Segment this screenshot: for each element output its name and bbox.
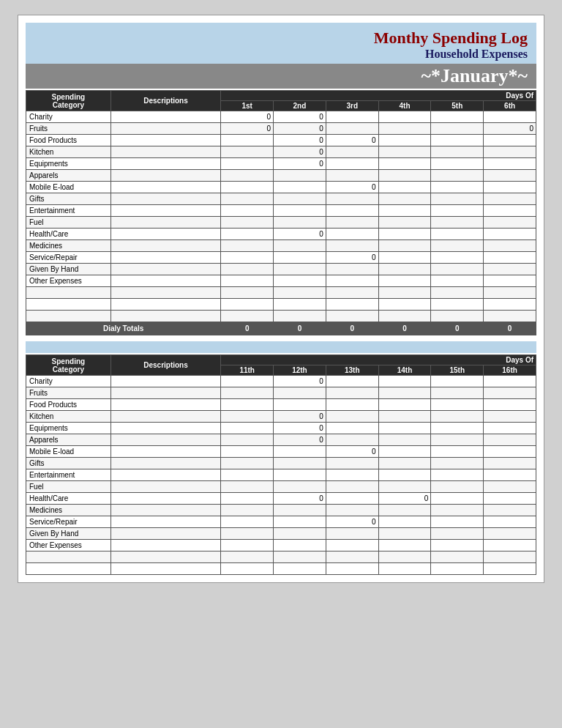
day4-cell[interactable] [378,275,431,287]
day5-cell[interactable] [431,311,484,322]
day2-cell[interactable]: 0 [274,123,326,135]
day16-cell[interactable] [484,551,536,563]
day4-cell[interactable] [378,193,431,205]
day13-cell[interactable] [326,434,378,446]
day3-cell[interactable] [326,287,378,299]
day5-cell[interactable] [431,111,484,123]
desc-cell[interactable] [110,446,221,458]
day4-cell[interactable] [378,311,431,322]
day6-cell[interactable] [484,205,536,217]
day15-cell[interactable] [431,551,484,563]
day5-cell[interactable] [431,275,484,287]
day16-cell[interactable] [484,469,536,481]
desc-cell[interactable] [110,387,221,399]
day3-cell[interactable]: 0 [326,135,378,146]
day11-cell[interactable] [221,540,274,551]
desc-cell[interactable] [110,170,221,182]
day15-cell[interactable] [431,528,484,540]
day12-cell[interactable] [274,563,326,575]
day5-cell[interactable] [431,287,484,299]
day5-cell[interactable] [431,193,484,205]
day15-cell[interactable] [431,446,484,458]
day15-cell[interactable] [431,423,484,434]
day12-cell[interactable]: 0 [274,493,326,505]
day11-cell[interactable] [221,505,274,516]
desc-cell[interactable] [110,146,221,158]
day16-cell[interactable] [484,423,536,434]
day16-cell[interactable] [484,411,536,423]
day6-cell[interactable] [484,252,536,264]
desc-cell[interactable] [110,458,221,469]
day13-cell[interactable] [326,493,378,505]
day1-cell[interactable] [221,193,274,205]
day13-cell[interactable] [326,411,378,423]
day14-cell[interactable] [378,469,431,481]
day14-cell[interactable] [378,563,431,575]
day14-cell[interactable] [378,516,431,528]
desc-cell[interactable] [110,376,221,387]
day5-cell[interactable] [431,252,484,264]
day1-cell[interactable] [221,311,274,322]
day1-cell[interactable] [221,252,274,264]
day3-cell[interactable] [326,193,378,205]
day1-cell[interactable] [221,299,274,311]
desc-cell[interactable] [110,469,221,481]
day2-cell[interactable] [274,311,326,322]
day3-cell[interactable] [326,299,378,311]
day5-cell[interactable] [431,182,484,193]
day3-cell[interactable] [326,240,378,252]
day14-cell[interactable] [378,481,431,493]
day16-cell[interactable] [484,528,536,540]
day13-cell[interactable] [326,528,378,540]
desc-cell[interactable] [110,158,221,170]
day14-cell[interactable] [378,505,431,516]
day1-cell[interactable] [221,135,274,146]
desc-cell[interactable] [110,493,221,505]
day5-cell[interactable] [431,240,484,252]
day1-cell[interactable] [221,205,274,217]
day6-cell[interactable] [484,193,536,205]
day4-cell[interactable] [378,170,431,182]
day1-cell[interactable] [221,170,274,182]
day5-cell[interactable] [431,205,484,217]
day16-cell[interactable] [484,540,536,551]
day15-cell[interactable] [431,516,484,528]
day2-cell[interactable] [274,275,326,287]
day14-cell[interactable] [378,387,431,399]
day6-cell[interactable]: 0 [484,123,536,135]
day3-cell[interactable] [326,111,378,123]
day5-cell[interactable] [431,146,484,158]
day14-cell[interactable] [378,446,431,458]
day14-cell[interactable] [378,551,431,563]
day16-cell[interactable] [484,516,536,528]
desc-cell[interactable] [110,217,221,229]
desc-cell[interactable] [110,264,221,275]
day2-cell[interactable] [274,299,326,311]
day13-cell[interactable] [326,551,378,563]
day5-cell[interactable] [431,123,484,135]
desc-cell[interactable] [110,205,221,217]
day11-cell[interactable] [221,434,274,446]
day5-cell[interactable] [431,158,484,170]
day13-cell[interactable] [326,481,378,493]
desc-cell[interactable] [110,135,221,146]
day6-cell[interactable] [484,146,536,158]
day11-cell[interactable] [221,458,274,469]
day3-cell[interactable] [326,229,378,240]
day11-cell[interactable] [221,399,274,411]
day11-cell[interactable] [221,411,274,423]
day2-cell[interactable] [274,217,326,229]
day3-cell[interactable] [326,205,378,217]
day16-cell[interactable] [484,493,536,505]
day11-cell[interactable] [221,493,274,505]
day2-cell[interactable] [274,170,326,182]
desc-cell[interactable] [110,287,221,299]
day11-cell[interactable] [221,516,274,528]
day14-cell[interactable]: 0 [378,493,431,505]
day1-cell[interactable] [221,182,274,193]
day2-cell[interactable]: 0 [274,158,326,170]
day5-cell[interactable] [431,264,484,275]
day15-cell[interactable] [431,376,484,387]
day12-cell[interactable] [274,528,326,540]
day15-cell[interactable] [431,411,484,423]
